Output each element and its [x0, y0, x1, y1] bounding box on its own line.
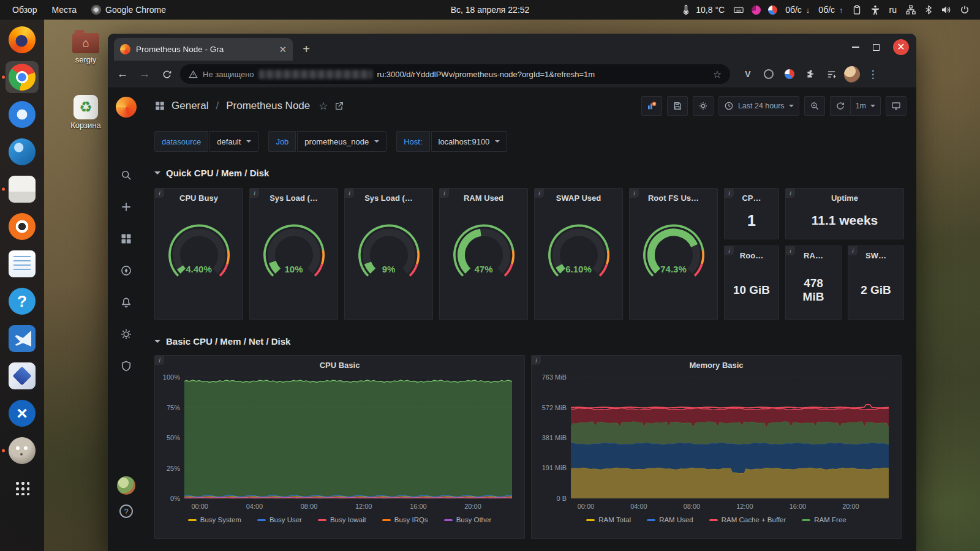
dashboard-settings-button[interactable]	[693, 96, 714, 116]
panel-info-icon[interactable]: i	[250, 189, 259, 198]
browser-menu-icon[interactable]: ⋮	[865, 66, 881, 82]
dock-show-applications[interactable]	[6, 472, 39, 504]
accessibility-menu[interactable]	[867, 0, 883, 20]
security-label[interactable]: Не защищено	[203, 70, 254, 79]
forward-button[interactable]: →	[136, 66, 153, 83]
panel-title[interactable]: Memory Basic	[532, 356, 901, 370]
net-speed-down[interactable]: 0б/с ↓	[782, 0, 813, 20]
panel-info-icon[interactable]: i	[535, 189, 544, 198]
close-button[interactable]: ✕	[893, 39, 909, 55]
reload-button[interactable]	[158, 66, 175, 83]
favorite-star-icon[interactable]: ☆	[318, 100, 328, 112]
memory-basic-chart[interactable]: 763 MiB572 MiB381 MiB191 MiB0 B00:0004:0…	[533, 371, 896, 514]
panel-info-icon[interactable]: i	[155, 189, 164, 198]
legend-item[interactable]: Busy IRQs	[382, 516, 428, 523]
extensions-puzzle-icon[interactable]	[802, 66, 818, 82]
keyboard-layout-indicator[interactable]: ru	[886, 0, 900, 20]
dock-browser-app[interactable]	[6, 99, 39, 130]
app-indicator-color[interactable]	[766, 0, 780, 20]
panel-title[interactable]: CPU Basic	[155, 356, 524, 370]
panel-title[interactable]: CPU Busy	[155, 189, 243, 203]
panel-title[interactable]: Root FS Us…	[630, 189, 717, 203]
breadcrumb-folder[interactable]: General	[172, 100, 208, 112]
dock-chrome[interactable]	[6, 61, 39, 93]
keyboard-indicator[interactable]	[731, 0, 747, 20]
extension-color-icon[interactable]	[782, 66, 797, 82]
panel-info-icon[interactable]: i	[725, 246, 734, 255]
maximize-button[interactable]	[873, 44, 880, 51]
back-button[interactable]: ←	[114, 66, 131, 83]
panel-title[interactable]: RAM Used	[440, 189, 527, 203]
places-menu[interactable]: Места	[45, 0, 83, 20]
help-icon[interactable]: ?	[119, 504, 133, 518]
power-menu[interactable]	[956, 0, 974, 20]
new-tab-button[interactable]: +	[298, 40, 315, 58]
dock-firefox[interactable]	[6, 24, 39, 56]
configuration-gear-icon[interactable]	[120, 328, 132, 340]
dock-x-app[interactable]	[6, 397, 39, 429]
dock-media-app[interactable]	[6, 211, 39, 242]
search-icon[interactable]	[120, 169, 132, 181]
address-bar[interactable]: Не защищено ru:3000/d/rYdddlPWv/promethe…	[180, 64, 730, 84]
alerting-bell-icon[interactable]	[120, 296, 132, 309]
variable-value-dropdown[interactable]: default	[209, 131, 258, 152]
create-plus-icon[interactable]	[120, 201, 132, 213]
panel-info-icon[interactable]: i	[630, 189, 639, 198]
desktop-icon-home[interactable]: sergiy	[66, 29, 105, 64]
cpu-basic-chart[interactable]: 100%75%50%25%0%00:0004:0008:0012:0016:00…	[156, 371, 519, 514]
share-icon[interactable]	[334, 101, 344, 111]
dock-help[interactable]	[6, 285, 39, 317]
dock-thunderbird[interactable]	[6, 136, 39, 168]
refresh-interval-select[interactable]: 1m	[850, 96, 881, 116]
user-avatar[interactable]	[117, 476, 135, 495]
panel-info-icon[interactable]: i	[786, 246, 795, 255]
legend-item[interactable]: RAM Free	[802, 516, 846, 523]
minimize-button[interactable]	[852, 47, 859, 48]
add-panel-button[interactable]	[641, 96, 662, 116]
bookmark-star-icon[interactable]: ☆	[713, 69, 722, 80]
save-dashboard-button[interactable]	[667, 96, 688, 116]
profile-avatar[interactable]	[844, 66, 860, 82]
desktop-icon-trash[interactable]: ♻ Корзина	[66, 95, 105, 130]
legend-item[interactable]: Busy Iowait	[318, 516, 366, 523]
bluetooth-indicator[interactable]	[921, 0, 936, 20]
legend-item[interactable]: Busy User	[257, 516, 302, 523]
activities-button[interactable]: Обзор	[6, 0, 43, 20]
panel-info-icon[interactable]: i	[848, 246, 858, 255]
time-range-button[interactable]: Last 24 hours	[718, 96, 799, 116]
app-indicator-magenta[interactable]	[749, 0, 763, 20]
url-text[interactable]: ru:3000/d/rYdddlPWv/prometheus-node?orgI…	[377, 70, 708, 79]
dashboards-icon[interactable]	[120, 233, 132, 245]
dock-virtualbox[interactable]	[6, 360, 39, 392]
volume-indicator[interactable]	[938, 0, 953, 20]
row-basic-cpu-mem-net-disk[interactable]: Basic CPU / Mem / Net / Disk	[154, 336, 907, 347]
browser-tab[interactable]: Prometheus Node - Gra ✕	[114, 38, 293, 61]
dock-gimp[interactable]	[6, 435, 39, 467]
tab-close-icon[interactable]: ✕	[279, 44, 287, 55]
variable-value-dropdown[interactable]: localhost:9100	[431, 131, 508, 152]
extension-v-icon[interactable]: V	[740, 66, 756, 82]
extension-circle-icon[interactable]	[761, 66, 777, 82]
breadcrumb-dashboard-title[interactable]: Prometheus Node	[226, 100, 310, 112]
reading-list-icon[interactable]	[823, 66, 839, 82]
row-quick-cpu-mem-disk[interactable]: Quick CPU / Mem / Disk	[154, 168, 907, 178]
legend-item[interactable]: RAM Cache + Buffer	[709, 516, 786, 523]
dock-text-editor[interactable]	[6, 248, 39, 280]
clock-menu[interactable]: Вс, 18 апреля 22:52	[451, 5, 530, 15]
legend-item[interactable]: RAM Total	[586, 516, 631, 523]
panel-title[interactable]: Sys Load (…	[345, 189, 432, 203]
app-menu[interactable]: Google Chrome	[85, 0, 172, 20]
grafana-logo[interactable]	[116, 97, 137, 118]
panel-info-icon[interactable]: i	[786, 189, 795, 198]
panel-title[interactable]: Sys Load (…	[250, 189, 337, 203]
panel-info-icon[interactable]: i	[155, 356, 164, 365]
panel-title[interactable]: Uptime	[786, 189, 903, 203]
panel-info-icon[interactable]: i	[345, 189, 354, 198]
panel-info-icon[interactable]: i	[532, 356, 541, 365]
server-admin-shield-icon[interactable]	[120, 360, 132, 372]
legend-item[interactable]: RAM Used	[647, 516, 693, 523]
panel-info-icon[interactable]: i	[725, 189, 734, 198]
network-indicator[interactable]	[903, 0, 919, 20]
dock-files[interactable]	[6, 173, 39, 205]
refresh-button[interactable]	[830, 96, 850, 116]
